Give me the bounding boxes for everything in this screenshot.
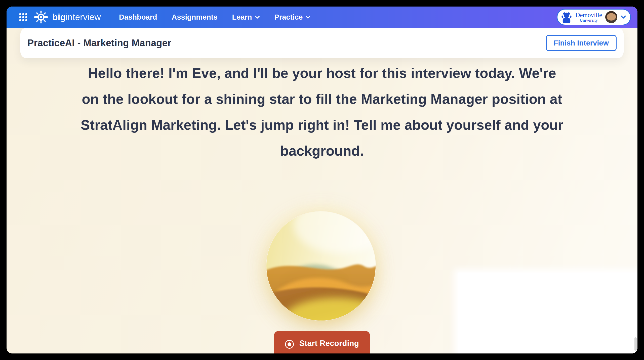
finish-interview-button[interactable]: Finish Interview [546, 35, 617, 51]
ai-voice-orb-graphic [266, 211, 376, 321]
nav-item-assignments[interactable]: Assignments [172, 13, 217, 21]
logo-word-big: big [52, 12, 66, 22]
record-icon [285, 340, 294, 349]
nav-label: Learn [232, 13, 252, 21]
top-navbar: biginterview Dashboard Assignments Learn… [7, 7, 637, 28]
nav-label: Dashboard [119, 13, 157, 21]
bear-mascot-icon [561, 11, 572, 23]
apps-grid-icon[interactable] [18, 12, 29, 23]
interview-header-card: PracticeAI - Marketing Manager Finish In… [20, 28, 624, 58]
app-window: biginterview Dashboard Assignments Learn… [7, 7, 637, 353]
record-button-label: Start Recording [299, 339, 359, 348]
account-menu[interactable]: Demoville University [557, 9, 631, 25]
nav-item-learn[interactable]: Learn [232, 13, 260, 21]
chevron-down-icon [621, 15, 626, 19]
main-navigation: Dashboard Assignments Learn Practice [119, 13, 310, 21]
nav-label: Assignments [172, 13, 217, 21]
background-white-panel [458, 273, 637, 353]
dune-orb-illustration [266, 211, 376, 321]
logo-wordmark: biginterview [52, 12, 101, 22]
org-line-2: University [575, 18, 602, 22]
grid-3x3-icon [19, 13, 28, 22]
organization-name: Demoville University [575, 12, 602, 23]
logo-word-interview: interview [66, 12, 101, 22]
record-dot [288, 342, 291, 346]
nav-label: Practice [274, 13, 303, 21]
page-title: PracticeAI - Marketing Manager [27, 38, 171, 49]
nav-item-practice[interactable]: Practice [274, 13, 311, 21]
user-avatar [605, 11, 617, 23]
nav-item-dashboard[interactable]: Dashboard [119, 13, 157, 21]
org-line-1: Demoville [575, 12, 602, 18]
chevron-down-icon [255, 16, 260, 19]
sun-logo-icon [33, 9, 49, 25]
biginterview-logo[interactable]: biginterview [33, 9, 101, 25]
vertical-scrollbar-thumb[interactable] [634, 337, 637, 351]
device-frame: biginterview Dashboard Assignments Learn… [0, 0, 644, 360]
start-recording-button[interactable]: Start Recording [274, 331, 370, 353]
chevron-down-icon [305, 16, 310, 19]
interviewer-message: Hello there! I'm Eve, and I'll be your h… [79, 60, 565, 164]
